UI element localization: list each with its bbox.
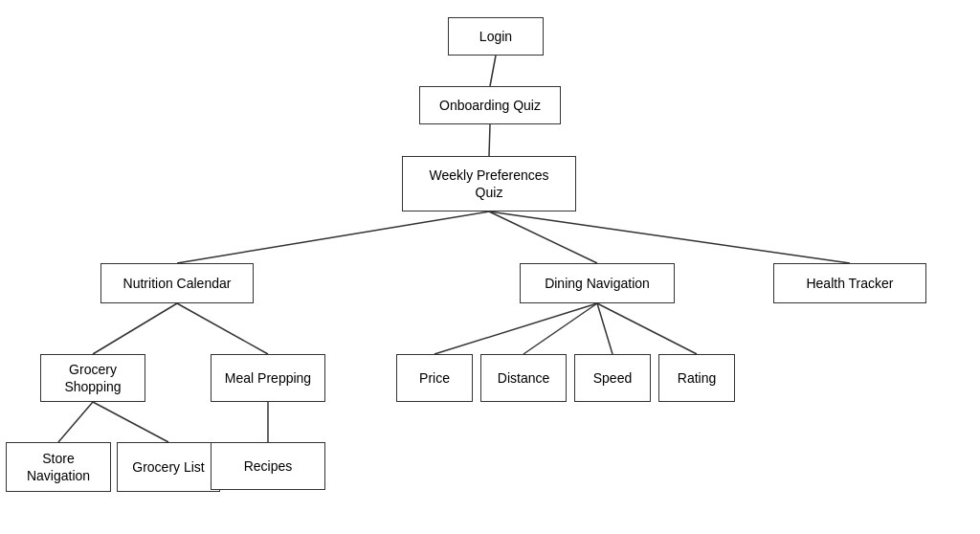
recipes-node: Recipes	[211, 442, 325, 490]
dining-node: Dining Navigation	[520, 263, 675, 303]
svg-line-5	[93, 303, 177, 354]
svg-line-11	[58, 402, 93, 442]
svg-line-3	[489, 211, 597, 263]
svg-line-0	[490, 56, 496, 86]
svg-line-1	[489, 124, 490, 156]
svg-line-8	[523, 303, 597, 354]
grocery-list-node: Grocery List	[117, 442, 220, 492]
onboarding-node: Onboarding Quiz	[419, 86, 561, 124]
weekly-label: Weekly PreferencesQuiz	[429, 167, 548, 201]
svg-line-9	[597, 303, 612, 354]
grocery-shopping-node: GroceryShopping	[40, 354, 145, 402]
store-nav-label: StoreNavigation	[27, 450, 90, 484]
svg-line-10	[597, 303, 697, 354]
svg-line-12	[93, 402, 168, 442]
diagram: Login Onboarding Quiz Weekly Preferences…	[0, 0, 980, 534]
svg-line-4	[489, 211, 850, 263]
distance-node: Distance	[480, 354, 567, 402]
meal-prepping-node: Meal Prepping	[211, 354, 325, 402]
login-node: Login	[448, 17, 544, 56]
svg-line-7	[434, 303, 597, 354]
store-nav-node: StoreNavigation	[6, 442, 111, 492]
price-node: Price	[396, 354, 473, 402]
weekly-node: Weekly PreferencesQuiz	[402, 156, 576, 211]
rating-node: Rating	[658, 354, 735, 402]
grocery-shopping-label: GroceryShopping	[64, 361, 121, 395]
health-node: Health Tracker	[773, 263, 926, 303]
svg-line-6	[177, 303, 268, 354]
svg-line-2	[177, 211, 489, 263]
nutrition-node: Nutrition Calendar	[100, 263, 254, 303]
speed-node: Speed	[574, 354, 651, 402]
